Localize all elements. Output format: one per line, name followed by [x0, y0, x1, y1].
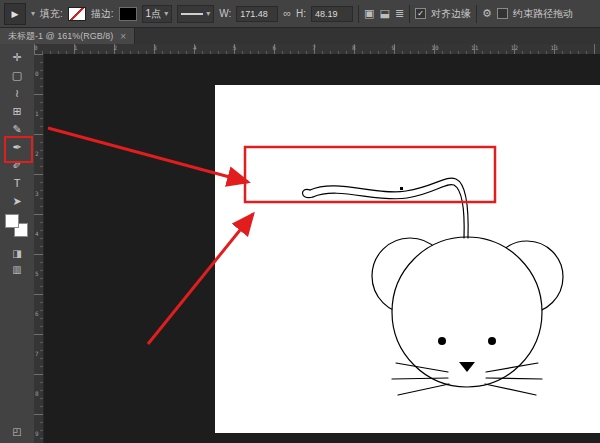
type-tool-icon: T: [14, 177, 21, 189]
close-icon[interactable]: ×: [120, 31, 126, 42]
constrain-path-checkbox[interactable]: [497, 8, 508, 19]
link-dimensions-icon[interactable]: ∞: [283, 8, 291, 19]
crop-tool-icon: ⊞: [12, 105, 21, 117]
move-tool-icon: ✛: [12, 51, 21, 63]
width-input[interactable]: 171.48: [236, 6, 278, 22]
stroke-style-select[interactable]: ▾: [177, 5, 214, 23]
stroke-style-line-icon: [181, 13, 203, 15]
panel-icon: ◰: [12, 426, 21, 437]
photoshop-window: ▶ ▾ 填充: 描边: 1点 ▾ ▾ W: 171.48 ∞ H: 48.19 …: [0, 0, 600, 443]
panel-toggle-button[interactable]: ◰: [0, 426, 34, 437]
screen-mode-button[interactable]: ▥: [0, 264, 34, 275]
height-value: 48.19: [315, 9, 338, 19]
document-tab-title: 未标题-1 @ 161%(RGB/8): [8, 30, 113, 43]
crop-tool[interactable]: ⊞: [0, 102, 34, 120]
constrain-path-label: 约束路径拖动: [513, 7, 573, 21]
document-tab[interactable]: 未标题-1 @ 161%(RGB/8) ×: [0, 28, 135, 44]
stroke-swatch[interactable]: [119, 7, 137, 21]
path-selection-tool-icon: ➤: [12, 195, 21, 207]
quick-mask-icon: ◨: [12, 248, 21, 259]
path-alignment-icon[interactable]: ⬓: [379, 8, 389, 19]
align-edges-label: 对齐边缘: [431, 7, 471, 21]
stroke-width-value: 1点: [146, 7, 162, 21]
separator: [409, 5, 410, 23]
path-selection-tool[interactable]: ➤: [0, 192, 34, 210]
lasso-tool-icon: ≀: [15, 87, 19, 99]
stroke-label: 描边:: [91, 7, 114, 21]
separator: [358, 5, 359, 23]
eyedropper-tool-icon: ✎: [12, 123, 21, 135]
marquee-tool[interactable]: ▢: [0, 66, 34, 84]
horizontal-ruler-numbers: 0 1 2 3 4 5 6 7 8 9 10 11 12 13: [34, 44, 558, 51]
path-anchor-point: [400, 187, 403, 190]
foreground-color-swatch[interactable]: [5, 214, 19, 228]
marquee-tool-icon: ▢: [12, 69, 22, 81]
type-tool[interactable]: T: [0, 174, 34, 192]
lasso-tool[interactable]: ≀: [0, 84, 34, 102]
chevron-down-icon: ▾: [164, 9, 168, 18]
tool-preset-dropdown-icon[interactable]: ▾: [31, 9, 35, 18]
align-edges-checkbox[interactable]: ✓: [415, 8, 426, 19]
active-tool-icon: ▶: [12, 9, 19, 19]
separator: [476, 5, 477, 23]
active-tool-preset[interactable]: ▶: [4, 3, 26, 25]
stroke-width-select[interactable]: 1点 ▾: [142, 5, 173, 23]
gear-icon[interactable]: ⚙: [482, 8, 492, 19]
height-label: H:: [296, 8, 306, 19]
width-label: W:: [219, 8, 231, 19]
vertical-ruler[interactable]: 0 1 2 3 4 5 6 7 8 9: [34, 54, 44, 443]
fill-label: 填充:: [40, 7, 63, 21]
color-swatches: [5, 214, 31, 240]
main-area: ✛ ▢ ≀ ⊞ ✎ ✒ ✐ T ➤ ◨ ▥ ◰ 0 1 2 3 4: [0, 44, 600, 443]
pen-tool-highlight-annotation: [4, 136, 33, 163]
path-operations-icon[interactable]: ▣: [364, 8, 374, 19]
canvas-viewport[interactable]: [44, 54, 600, 443]
canvas-drawing: [44, 54, 600, 443]
quick-mask-button[interactable]: ◨: [0, 248, 34, 259]
options-bar: ▶ ▾ 填充: 描边: 1点 ▾ ▾ W: 171.48 ∞ H: 48.19 …: [0, 0, 600, 28]
width-value: 171.48: [240, 9, 268, 19]
mouse-left-eye: [438, 337, 446, 345]
path-arrangement-icon[interactable]: ≣: [395, 8, 404, 19]
height-input[interactable]: 48.19: [311, 6, 353, 22]
toolbox: ✛ ▢ ≀ ⊞ ✎ ✒ ✐ T ➤ ◨ ▥ ◰: [0, 44, 35, 443]
move-tool[interactable]: ✛: [0, 48, 34, 66]
chevron-down-icon: ▾: [206, 9, 210, 18]
document-tab-bar: 未标题-1 @ 161%(RGB/8) ×: [0, 28, 600, 44]
screen-mode-icon: ▥: [12, 264, 21, 275]
mouse-right-eye: [488, 337, 496, 345]
vertical-ruler-numbers: 0 1 2 3 4 5 6 7 8 9: [35, 70, 39, 437]
fill-swatch[interactable]: [68, 7, 86, 21]
